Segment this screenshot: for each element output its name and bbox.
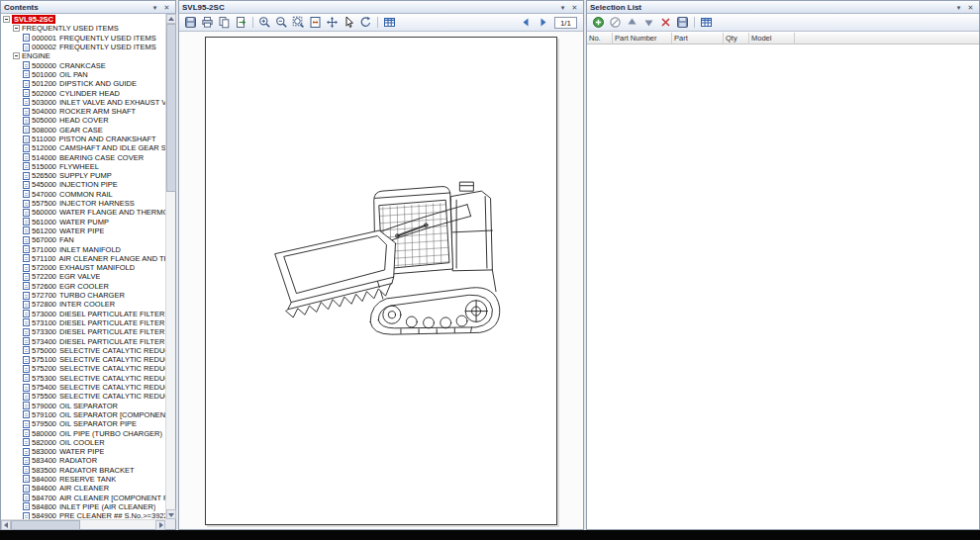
next-page-button[interactable] [535, 15, 551, 30]
tree-item-000001[interactable]: 000001FREQUENTLY USED ITEMS [1, 34, 165, 43]
tree-item-505000[interactable]: 505000HEAD COVER [1, 116, 165, 125]
horizontal-scroll-thumb[interactable] [11, 520, 80, 530]
selection-pin-button[interactable]: ▾ [953, 2, 964, 12]
zoom-in-button[interactable] [256, 15, 273, 30]
tree-item-526500[interactable]: 526500SUPPLY PUMP [1, 171, 165, 180]
tree-item-504000[interactable]: 504000ROCKER ARM SHAFT [1, 107, 165, 116]
tree-item-567000[interactable]: 567000FAN [1, 235, 165, 244]
column-header-no[interactable]: No. [587, 33, 613, 44]
selection-close-button[interactable]: ✕ [965, 2, 976, 12]
tree-item-583000[interactable]: 583000WATER PIPE [1, 447, 165, 456]
tree-item-571100[interactable]: 571100AIR CLEANER FLANGE AND THR... [1, 254, 165, 263]
save-image-button[interactable] [182, 15, 199, 30]
tree-item-584600[interactable]: 584600AIR CLEANER [1, 484, 165, 493]
tree-item-515000[interactable]: 515000FLYWHEEL [1, 162, 165, 171]
copy-button[interactable] [216, 15, 233, 30]
tree-item-579100[interactable]: 579100OIL SEPARATOR [COMPONENT P... [1, 410, 165, 419]
viewer-close-button[interactable]: ✕ [569, 2, 580, 12]
tree-expander-icon[interactable] [3, 16, 10, 23]
tree-item-584000[interactable]: 584000RESERVE TANK [1, 475, 165, 484]
tree-item-512000[interactable]: 512000CAMSHAFT AND IDLE GEAR SHA... [1, 143, 165, 152]
export-list-button[interactable] [698, 15, 715, 30]
tree-item-547000[interactable]: 547000COMMON RAIL [1, 190, 165, 199]
tree-item-573000[interactable]: 573000DIESEL PARTICULATE FILTER M... [1, 310, 165, 318]
tree-item-514000[interactable]: 514000BEARING CASE COVER [1, 152, 165, 161]
clear-list-button[interactable] [657, 15, 674, 30]
column-header-model[interactable]: Model [749, 33, 795, 44]
contents-close-button[interactable]: ✕ [161, 2, 172, 12]
tree-item-508000[interactable]: 508000GEAR CASE [1, 126, 165, 135]
tree-item-573300[interactable]: 573300DIESEL PARTICULATE FILTER M... [1, 327, 165, 336]
tree-expander-icon[interactable] [13, 52, 20, 59]
tree-item-579000[interactable]: 579000OIL SEPARATOR [1, 401, 165, 409]
column-header-part[interactable]: Part [672, 33, 724, 44]
tree-item-575300[interactable]: 575300SELECTIVE CATALYTIC REDUCT... [1, 374, 165, 383]
tree-item-573400[interactable]: 573400DIESEL PARTICULATE FILTER D... [1, 336, 165, 345]
tree-item[interactable]: FREQUENTLY USED ITEMS [1, 24, 165, 33]
tree-item-500000[interactable]: 500000CRANKCASE [1, 60, 165, 69]
selection-table-body[interactable] [587, 45, 979, 529]
vertical-scroll-thumb[interactable] [166, 24, 176, 192]
viewer-pin-button[interactable]: ▾ [557, 2, 568, 12]
tree-item-501200[interactable]: 501200DIPSTICK AND GUIDE [1, 79, 165, 88]
tree-item-583500[interactable]: 583500RADIATOR BRACKET [1, 466, 165, 475]
tree-item-575000[interactable]: 575000SELECTIVE CATALYTIC REDUCT... [1, 346, 165, 355]
tree-item-502000[interactable]: 502000CYLINDER HEAD [1, 88, 165, 97]
tree-item-000002[interactable]: 000002FREQUENTLY USED ITEMS [1, 43, 165, 51]
tree-item-561200[interactable]: 561200WATER PIPE [1, 226, 165, 235]
pointer-button[interactable] [341, 15, 357, 30]
rotate-button[interactable] [357, 15, 374, 30]
tree-item[interactable]: ENGINE [1, 51, 165, 60]
zoom-out-button[interactable] [273, 15, 290, 30]
prev-page-button[interactable] [518, 15, 535, 30]
add-row-button[interactable] [590, 15, 607, 30]
tree-item-572000[interactable]: 572000EXHAUST MANIFOLD [1, 263, 165, 272]
tree-item-575400[interactable]: 575400SELECTIVE CATALYTIC REDUCT... [1, 383, 165, 392]
tree-item[interactable]: SVL95-2SC [1, 15, 165, 24]
viewer-tabbar[interactable]: SVL95-2SC ▾✕ [179, 1, 583, 14]
fit-page-button[interactable] [307, 15, 324, 30]
scroll-down-button[interactable] [166, 509, 176, 519]
diagram-viewer[interactable] [179, 33, 583, 529]
tree-item-572200[interactable]: 572200EGR VALVE [1, 272, 165, 281]
print-button[interactable] [199, 15, 216, 30]
tree-item-580000[interactable]: 580000OIL PIPE (TURBO CHARGER) [1, 428, 165, 437]
tree-item-575500[interactable]: 575500SELECTIVE CATALYTIC REDUCT... [1, 392, 165, 401]
tree-item-501000[interactable]: 501000OIL PAN [1, 70, 165, 79]
pan-button[interactable] [324, 15, 341, 30]
tree-item-583400[interactable]: 583400RADIATOR [1, 456, 165, 465]
scroll-right-button[interactable] [155, 520, 165, 530]
contents-menu-button[interactable]: ▾ [149, 2, 160, 12]
tree-item-572800[interactable]: 572800INTER COOLER [1, 300, 165, 309]
tree-item-572700[interactable]: 572700TURBO CHARGER [1, 291, 165, 300]
tree-item-575200[interactable]: 575200SELECTIVE CATALYTIC REDUCT... [1, 364, 165, 373]
tree-item-584700[interactable]: 584700AIR CLEANER [COMPONENT PAR... [1, 493, 165, 501]
link-selection-button[interactable] [381, 15, 398, 30]
scroll-left-button[interactable] [1, 520, 11, 530]
move-up-button[interactable] [624, 15, 640, 30]
tree-item-571000[interactable]: 571000INLET MANIFOLD [1, 244, 165, 253]
move-down-button[interactable] [640, 15, 657, 30]
tree-item-545000[interactable]: 545000INJECTION PIPE [1, 180, 165, 189]
column-header-partnumber[interactable]: Part Number [613, 33, 672, 44]
save-list-button[interactable] [674, 15, 691, 30]
export-page-button[interactable] [233, 15, 249, 30]
tree-item-582000[interactable]: 582000OIL COOLER [1, 438, 165, 447]
diagram-page[interactable] [205, 37, 557, 525]
tree-item-584900[interactable]: 584900PRE CLEANER ## S.No.>=3922... [1, 511, 165, 519]
scroll-up-button[interactable] [166, 14, 176, 24]
zoom-window-button[interactable] [290, 15, 307, 30]
tree-item-572600[interactable]: 572600EGR COOLER [1, 282, 165, 291]
column-header-qty[interactable]: Qty [724, 33, 749, 44]
tree-item-573100[interactable]: 573100DIESEL PARTICULATE FILTER M... [1, 318, 165, 327]
tree-item-575100[interactable]: 575100SELECTIVE CATALYTIC REDUCT... [1, 355, 165, 364]
tree-expander-icon[interactable] [13, 25, 20, 32]
tree-item-557500[interactable]: 557500INJECTOR HARNESS [1, 199, 165, 208]
tree-item-503000[interactable]: 503000INLET VALVE AND EXHAUST VAL... [1, 98, 165, 107]
tree-item-511000[interactable]: 511000PISTON AND CRANKSHAFT [1, 135, 165, 143]
tree-item-561000[interactable]: 561000WATER PUMP [1, 218, 165, 226]
tree-item-579500[interactable]: 579500OIL SEPARATOR PIPE [1, 419, 165, 428]
remove-row-button[interactable] [607, 15, 624, 30]
tree-item-560000[interactable]: 560000WATER FLANGE AND THERMOST... [1, 208, 165, 217]
tree-item-584800[interactable]: 584800INLET PIPE (AIR CLEANER) [1, 502, 165, 511]
